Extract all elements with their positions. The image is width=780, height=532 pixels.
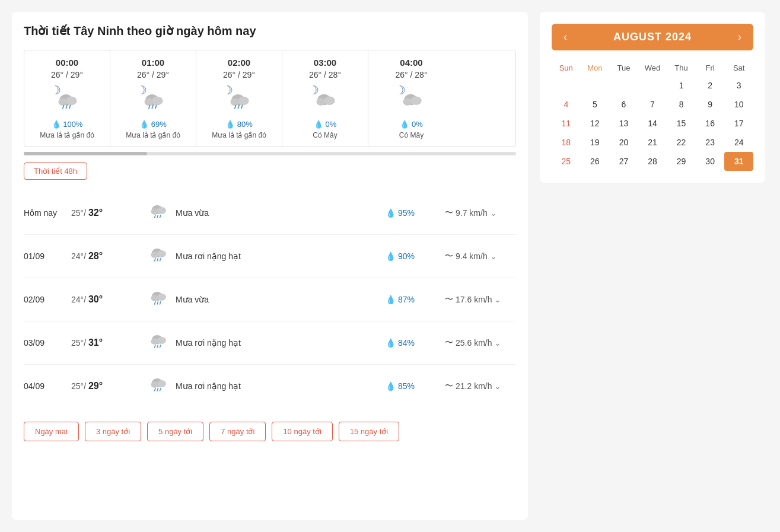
cal-day-name: Fri bbox=[696, 60, 725, 76]
wind-icon: 〜 bbox=[445, 337, 453, 348]
cal-cell[interactable]: 24 bbox=[724, 133, 753, 152]
cal-prev-button[interactable]: ‹ bbox=[561, 31, 569, 43]
cal-cell[interactable]: 28 bbox=[638, 152, 667, 171]
hourly-item: 03:00 26° / 28° ☽ 💧 0% Có Mây bbox=[282, 50, 368, 146]
hourly-icon: ☽ bbox=[378, 84, 445, 117]
daily-date: 04/09 bbox=[24, 381, 65, 391]
svg-line-40 bbox=[157, 302, 158, 305]
cal-day-name: Sat bbox=[724, 60, 753, 76]
daily-temp: 24°/ 28° bbox=[71, 251, 142, 262]
cal-cell[interactable]: 12 bbox=[581, 114, 610, 133]
hourly-precip: 💧 0% bbox=[292, 120, 358, 129]
hourly-temp: 26° / 29° bbox=[206, 70, 272, 79]
cal-cell[interactable]: 6 bbox=[609, 95, 638, 114]
chevron-down-icon[interactable]: ⌄ bbox=[494, 338, 501, 348]
cal-cell[interactable]: 11 bbox=[552, 114, 581, 133]
scrollbar-row[interactable] bbox=[24, 152, 516, 155]
btn-48h[interactable]: Thời tiết 48h bbox=[24, 163, 87, 180]
chevron-down-icon[interactable]: ⌄ bbox=[494, 381, 501, 391]
hourly-item: 02:00 26° / 29° ☽ 💧 80% Mưa lả tả gần đó bbox=[196, 50, 282, 146]
quick-btn[interactable]: 5 ngày tới bbox=[147, 422, 203, 441]
cal-cell[interactable]: 21 bbox=[638, 133, 667, 152]
cal-cell[interactable]: 17 bbox=[724, 114, 753, 133]
cal-cell[interactable]: 30 bbox=[696, 152, 725, 171]
cal-day-name: Sun bbox=[552, 60, 581, 76]
hourly-time: 02:00 bbox=[206, 58, 272, 68]
cal-cell[interactable]: 2 bbox=[696, 76, 725, 95]
cal-cell bbox=[638, 76, 667, 95]
cal-cell[interactable]: 27 bbox=[609, 152, 638, 171]
svg-point-19 bbox=[324, 96, 335, 105]
cal-day-name: Thu bbox=[667, 60, 696, 76]
svg-point-14 bbox=[231, 98, 240, 106]
hourly-precip: 💧 69% bbox=[120, 120, 186, 129]
cal-cell[interactable]: 22 bbox=[667, 133, 696, 152]
scrollbar-track[interactable] bbox=[24, 152, 516, 155]
svg-line-10 bbox=[152, 105, 153, 109]
hourly-precip: 💧 100% bbox=[34, 120, 100, 129]
hourly-desc: Mưa lả tả gần đó bbox=[120, 131, 186, 139]
cal-cell[interactable]: 26 bbox=[581, 152, 610, 171]
hourly-icon: ☽ bbox=[206, 84, 272, 117]
left-panel: Thời tiết Tây Ninh theo giờ ngày hôm nay… bbox=[12, 12, 528, 520]
quick-btn[interactable]: 3 ngày tới bbox=[85, 422, 141, 441]
cal-cell[interactable]: 23 bbox=[696, 133, 725, 152]
chevron-down-icon[interactable]: ⌄ bbox=[490, 251, 497, 261]
cal-next-button[interactable]: › bbox=[736, 31, 744, 43]
hourly-temp: 26° / 28° bbox=[378, 70, 445, 79]
daily-precip: 💧 90% bbox=[386, 251, 439, 261]
scrollbar-thumb[interactable] bbox=[24, 152, 147, 155]
daily-row: 04/09 25°/ 29° Mưa rơi nặng hạt 💧 85% 〜 … bbox=[24, 365, 516, 407]
cal-cell[interactable]: 3 bbox=[724, 76, 753, 95]
cal-cell[interactable]: 7 bbox=[638, 95, 667, 114]
cal-cell[interactable]: 31 bbox=[724, 152, 753, 171]
quick-btn[interactable]: 7 ngày tới bbox=[209, 422, 266, 441]
cal-day-name: Tue bbox=[609, 60, 638, 76]
hourly-desc: Có Mây bbox=[292, 131, 358, 139]
daily-precip: 💧 84% bbox=[386, 338, 439, 348]
cal-cell[interactable]: 18 bbox=[552, 133, 581, 152]
svg-point-1 bbox=[66, 97, 77, 106]
svg-line-35 bbox=[160, 259, 161, 262]
daily-temp: 24°/ 30° bbox=[71, 294, 142, 305]
chevron-down-icon[interactable]: ⌄ bbox=[494, 295, 501, 304]
hourly-temp: 26° / 28° bbox=[292, 70, 358, 79]
svg-line-28 bbox=[157, 215, 158, 218]
cal-cell[interactable]: 25 bbox=[552, 152, 581, 171]
daily-row: 01/09 24°/ 28° Mưa rơi nặng hạt 💧 90% 〜 … bbox=[24, 235, 516, 278]
cal-cell[interactable]: 8 bbox=[667, 95, 696, 114]
svg-line-16 bbox=[238, 105, 239, 109]
svg-point-2 bbox=[59, 98, 68, 106]
daily-wind: 〜 9.7 km/h ⌄ bbox=[445, 208, 516, 218]
cal-cell[interactable]: 10 bbox=[724, 95, 753, 114]
daily-desc-text: Mưa rơi nặng hạt bbox=[176, 381, 241, 391]
cal-cell[interactable]: 1 bbox=[667, 76, 696, 95]
cal-cell[interactable]: 19 bbox=[581, 133, 610, 152]
svg-line-45 bbox=[155, 345, 156, 348]
daily-temp: 25°/ 29° bbox=[71, 381, 142, 391]
chevron-down-icon[interactable]: ⌄ bbox=[490, 208, 497, 218]
daily-date: 02/09 bbox=[24, 295, 65, 304]
cal-cell[interactable]: 20 bbox=[609, 133, 638, 152]
svg-line-17 bbox=[241, 105, 243, 109]
daily-wind: 〜 17.6 km/h ⌄ bbox=[445, 294, 516, 305]
quick-btn[interactable]: 15 ngày tới bbox=[339, 422, 399, 441]
svg-point-13 bbox=[238, 97, 249, 106]
hourly-desc: Mưa lả tả gần đó bbox=[206, 131, 272, 139]
hourly-time: 03:00 bbox=[292, 58, 358, 68]
cal-cell[interactable]: 15 bbox=[667, 114, 696, 133]
cal-cell[interactable]: 29 bbox=[667, 152, 696, 171]
cal-cell[interactable]: 16 bbox=[696, 114, 725, 133]
cal-cell[interactable]: 13 bbox=[609, 114, 638, 133]
cal-cell[interactable]: 5 bbox=[581, 95, 610, 114]
quick-btn[interactable]: 10 ngày tới bbox=[272, 422, 332, 441]
wind-icon: 〜 bbox=[445, 381, 453, 391]
daily-icon-desc: Mưa rơi nặng hạt bbox=[148, 373, 380, 399]
cal-cell[interactable]: 4 bbox=[552, 95, 581, 114]
quick-btn[interactable]: Ngày mai bbox=[24, 422, 79, 441]
cloud-rain-icon bbox=[148, 330, 170, 356]
cal-cell[interactable]: 14 bbox=[638, 114, 667, 133]
cal-cell[interactable]: 9 bbox=[696, 95, 725, 114]
svg-point-25 bbox=[157, 207, 166, 214]
hourly-precip: 💧 80% bbox=[206, 120, 272, 129]
